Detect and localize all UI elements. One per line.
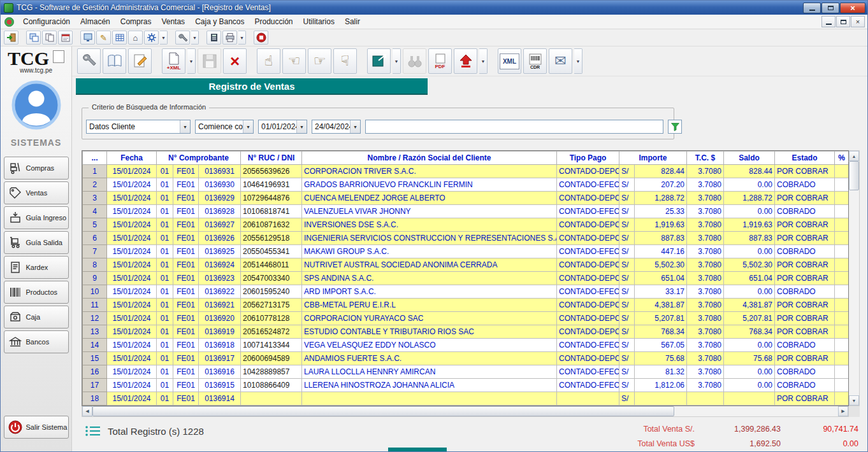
serie-cell[interactable]: FE01 — [173, 352, 199, 365]
tipo-doc-cell[interactable]: 01 — [157, 232, 173, 245]
column-header-estado[interactable]: Estado — [775, 152, 835, 165]
porcentaje-cell[interactable] — [835, 379, 849, 392]
tipo-pago-cell[interactable]: CONTADO-EFEC — [557, 245, 619, 258]
estado-cell[interactable]: POR COBRAR — [775, 258, 835, 272]
saldo-cell[interactable]: 0.00 — [724, 379, 775, 392]
fecha-cell[interactable]: 15/01/2024 — [107, 392, 157, 406]
ruc-cell[interactable]: 20600694589 — [241, 352, 302, 365]
menu-ventas[interactable]: Ventas — [156, 15, 190, 28]
tipo-doc-cell[interactable]: 01 — [157, 299, 173, 312]
importe-cell[interactable]: 207.20 — [635, 178, 687, 192]
saldo-cell[interactable]: 0.00 — [724, 365, 775, 379]
ruc-cell[interactable]: 10464196931 — [241, 178, 302, 192]
sidebar-item-compras[interactable]: Compras — [4, 157, 69, 180]
ruc-cell[interactable]: 10729644876 — [241, 192, 302, 205]
ruc-cell[interactable]: 20601595240 — [241, 285, 302, 299]
numero-cell[interactable]: 0136927 — [199, 218, 241, 232]
serie-cell[interactable]: FE01 — [173, 312, 199, 325]
table-row[interactable]: 9 15/01/2024 01 FE01 0136923 20547003340… — [83, 272, 849, 285]
cliente-cell[interactable]: GRADOS BARRIONUEVO FRANCKLIN FERMIN — [302, 178, 557, 192]
sidebar-item-guia-salida[interactable]: Guía Salida — [4, 231, 69, 254]
estado-cell[interactable]: POR COBRAR — [775, 325, 835, 339]
tipo-cambio-cell[interactable]: 3.7080 — [687, 339, 724, 352]
tipo-doc-cell[interactable]: 01 — [157, 272, 173, 285]
nav-next-button[interactable]: ☞ — [308, 48, 331, 74]
serie-cell[interactable]: FE01 — [173, 218, 199, 232]
tipo-pago-cell[interactable]: CONTADO-DEPC — [557, 312, 619, 325]
porcentaje-cell[interactable] — [835, 245, 849, 258]
row-number-cell[interactable]: 18 — [83, 392, 107, 406]
numero-cell[interactable]: 0136914 — [199, 392, 241, 406]
estado-cell[interactable]: POR COBRAR — [775, 299, 835, 312]
horizontal-scroll-track[interactable] — [92, 406, 838, 416]
porcentaje-cell[interactable] — [835, 178, 849, 192]
mail-dropdown[interactable]: ▼ — [574, 48, 582, 74]
serie-cell[interactable]: FE01 — [173, 379, 199, 392]
row-number-cell[interactable]: 9 — [83, 272, 107, 285]
cliente-cell[interactable]: CBB-METAL PERU E.I.R.L — [302, 299, 557, 312]
tipo-cambio-cell[interactable]: 3.7080 — [687, 192, 724, 205]
table-row[interactable]: 2 15/01/2024 01 FE01 0136930 10464196931… — [83, 178, 849, 192]
saldo-cell[interactable]: 0.00 — [724, 339, 775, 352]
importe-cell[interactable]: 567.05 — [635, 339, 687, 352]
table-row[interactable]: 6 15/01/2024 01 FE01 0136926 20556129518… — [83, 232, 849, 245]
nav-first-button[interactable]: ☝ — [257, 48, 280, 74]
row-number-cell[interactable]: 7 — [83, 245, 107, 258]
column-header-tipo-pago[interactable]: Tipo Pago — [557, 152, 619, 165]
serie-cell[interactable]: FE01 — [173, 165, 199, 178]
saldo-cell[interactable]: 1,288.72 — [724, 192, 775, 205]
tipo-pago-cell[interactable]: CONTADO-EFEC — [557, 205, 619, 218]
numero-cell[interactable]: 0136916 — [199, 365, 241, 379]
search-field-select[interactable]: Datos Cliente ▼ — [86, 120, 191, 134]
saldo-cell[interactable]: 5,502.30 — [724, 258, 775, 272]
tipo-cambio-cell[interactable]: 3.7080 — [687, 232, 724, 245]
porcentaje-cell[interactable] — [835, 299, 849, 312]
cliente-cell[interactable]: ESTUDIO CONTABLE Y TRIBUTARIO RIOS SAC — [302, 325, 557, 339]
numero-cell[interactable]: 0136921 — [199, 299, 241, 312]
fecha-cell[interactable]: 15/01/2024 — [107, 165, 157, 178]
ruc-cell[interactable]: 20610871632 — [241, 218, 302, 232]
fecha-cell[interactable]: 15/01/2024 — [107, 272, 157, 285]
saldo-cell[interactable]: 1,919.63 — [724, 218, 775, 232]
new-xml-button[interactable]: +XML — [162, 48, 185, 74]
row-number-cell[interactable]: 3 — [83, 192, 107, 205]
upload-button[interactable] — [454, 48, 477, 74]
estado-cell[interactable]: POR COBRAR — [775, 352, 835, 365]
porcentaje-cell[interactable] — [835, 325, 849, 339]
minimize-button[interactable] — [803, 3, 821, 13]
moneda-cell[interactable]: S/ — [619, 352, 635, 365]
tools-button[interactable] — [175, 31, 190, 45]
tipo-doc-cell[interactable]: 01 — [157, 379, 173, 392]
maximize-button[interactable] — [821, 3, 839, 13]
porcentaje-cell[interactable] — [835, 192, 849, 205]
ruc-cell[interactable]: 20556129518 — [241, 232, 302, 245]
nav-previous-button[interactable]: ☜ — [282, 48, 306, 74]
numero-cell[interactable]: 0136919 — [199, 325, 241, 339]
saldo-cell[interactable]: 0.00 — [724, 178, 775, 192]
column-header-comprobante[interactable]: N° Comprobante — [157, 152, 241, 165]
cliente-cell[interactable]: ARD IMPORT S.A.C. — [302, 285, 557, 299]
menu-caja-bancos[interactable]: Caja y Bancos — [190, 15, 249, 28]
sidebar-item-ventas[interactable]: Ventas — [4, 181, 69, 204]
tools-palette-button[interactable] — [77, 48, 101, 74]
moneda-cell[interactable]: S/ — [619, 325, 635, 339]
scroll-up-button[interactable]: ▲ — [849, 151, 859, 161]
save-button[interactable] — [198, 48, 221, 74]
row-number-cell[interactable]: 16 — [83, 365, 107, 379]
table-row[interactable]: 14 15/01/2024 01 FE01 0136918 1007141334… — [83, 339, 849, 352]
copy-button[interactable] — [42, 31, 57, 45]
estado-cell[interactable]: COBRADO — [775, 339, 835, 352]
tipo-pago-cell[interactable]: CONTADO-DEPC — [557, 165, 619, 178]
horizontal-scroll-thumb[interactable] — [92, 406, 674, 416]
tipo-cambio-cell[interactable]: 3.7080 — [687, 379, 724, 392]
cliente-cell[interactable]: CORPORACION TRIVER S.A.C. — [302, 165, 557, 178]
table-row[interactable]: 3 15/01/2024 01 FE01 0136929 10729644876… — [83, 192, 849, 205]
windows-button[interactable] — [26, 31, 41, 45]
estado-cell[interactable]: COBRADO — [775, 245, 835, 258]
tipo-pago-cell[interactable]: CONTADO-EFEC — [557, 285, 619, 299]
moneda-cell[interactable]: S/ — [619, 178, 635, 192]
tipo-doc-cell[interactable]: 01 — [157, 325, 173, 339]
ruc-cell[interactable]: 10071413344 — [241, 339, 302, 352]
row-number-cell[interactable]: 1 — [83, 165, 107, 178]
estado-cell[interactable]: COBRADO — [775, 285, 835, 299]
